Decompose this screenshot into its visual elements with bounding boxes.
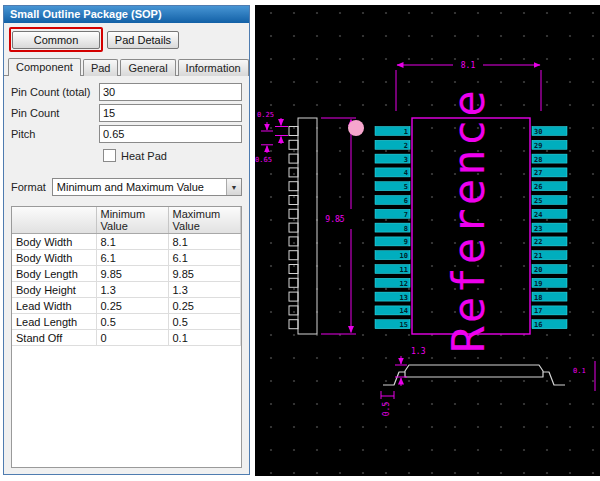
svg-text:21: 21 [534, 252, 542, 260]
table-row: Lead Length 0.5 0.5 [12, 314, 241, 330]
table-row: Body Height 1.3 1.3 [12, 282, 241, 298]
svg-text:15: 15 [400, 321, 408, 329]
min-value-cell[interactable]: 0.5 [96, 314, 168, 330]
chevron-down-icon: ▼ [231, 184, 238, 191]
sop-dialog: Small Outline Package (SOP) Common Pad D… [3, 5, 250, 475]
pin-count-label: Pin Count [11, 107, 99, 119]
dialog-titlebar: Small Outline Package (SOP) [4, 6, 249, 23]
table-row: Body Length 9.85 9.85 [12, 266, 241, 282]
table-row-label: Body Length [12, 266, 96, 282]
svg-text:3: 3 [404, 156, 408, 164]
svg-text:1: 1 [404, 128, 408, 136]
table-row: Lead Width 0.25 0.25 [12, 298, 241, 314]
min-value-cell[interactable]: 9.85 [96, 266, 168, 282]
min-value-cell[interactable]: 0 [96, 330, 168, 346]
body-height-dimension-label: 1.3 [411, 347, 426, 356]
component-tab-content: Pin Count (total) Pin Count Pitch Heat P… [4, 75, 249, 474]
max-value-cell[interactable]: 9.85 [168, 266, 241, 282]
lead-span-dimension-label: 8.1 [461, 61, 476, 70]
common-button-highlight: Common [9, 27, 103, 52]
format-row: Format Minimum and Maximum Value ▼ [11, 178, 242, 196]
svg-text:24: 24 [534, 211, 542, 219]
table-row: Stand Off 0 0.1 [12, 330, 241, 346]
table-row: Body Width 6.1 6.1 [12, 250, 241, 266]
svg-text:17: 17 [534, 307, 542, 315]
pad-width-dimension-label: 0.25 [257, 111, 274, 119]
svg-text:18: 18 [534, 294, 542, 302]
pitch-row: Pitch [11, 125, 242, 143]
dialog-toolbar: Common Pad Details [4, 23, 249, 53]
dimension-table: Minimum Value Maximum Value Body Width 8… [11, 206, 242, 468]
pin-count-row: Pin Count [11, 104, 242, 122]
pitch-input[interactable] [99, 125, 242, 143]
tab-information[interactable]: Information [178, 59, 249, 76]
format-dropdown-button[interactable]: ▼ [226, 179, 241, 195]
table-row: Body Width 8.1 8.1 [12, 234, 241, 250]
svg-text:5: 5 [404, 183, 408, 191]
svg-text:4: 4 [404, 169, 408, 177]
table-row-label: Lead Length [12, 314, 96, 330]
pad-details-button[interactable]: Pad Details [107, 31, 179, 49]
min-value-cell[interactable]: 8.1 [96, 234, 168, 250]
format-dropdown[interactable]: Minimum and Maximum Value ▼ [52, 178, 242, 196]
svg-text:8: 8 [404, 225, 408, 233]
svg-text:6: 6 [404, 197, 408, 205]
max-value-cell[interactable]: 0.1 [168, 330, 241, 346]
svg-text:16: 16 [534, 321, 542, 329]
format-label: Format [11, 181, 46, 193]
svg-text:14: 14 [400, 307, 408, 315]
min-value-cell[interactable]: 6.1 [96, 250, 168, 266]
lead-length-dimension-label: 0.5 [382, 402, 391, 417]
table-header-row: Minimum Value Maximum Value [12, 207, 241, 234]
common-button[interactable]: Common [12, 31, 100, 49]
svg-text:22: 22 [534, 238, 542, 246]
tab-component[interactable]: Component [8, 58, 81, 76]
heat-pad-checkbox[interactable] [103, 149, 116, 162]
reference-designator-text: Reference [443, 87, 494, 352]
max-value-cell[interactable]: 0.5 [168, 314, 241, 330]
svg-text:27: 27 [534, 169, 542, 177]
svg-text:26: 26 [534, 183, 542, 191]
tab-pad[interactable]: Pad [83, 59, 119, 76]
min-value-column-header: Minimum Value [96, 207, 168, 234]
svg-text:2: 2 [404, 142, 408, 150]
heat-pad-row: Heat Pad [103, 149, 242, 162]
svg-text:25: 25 [534, 197, 542, 205]
cad-viewport[interactable]: 8.1 0.25 0.65 9.85 123456789101112131415… [255, 5, 600, 476]
min-value-cell[interactable]: 0.25 [96, 298, 168, 314]
svg-text:30: 30 [534, 128, 542, 136]
body-length-dimension-label: 9.85 [325, 215, 344, 224]
heat-pad-label: Heat Pad [121, 150, 167, 162]
svg-text:19: 19 [534, 280, 542, 288]
max-value-cell[interactable]: 8.1 [168, 234, 241, 250]
svg-text:9: 9 [404, 238, 408, 246]
svg-text:23: 23 [534, 225, 542, 233]
max-value-cell[interactable]: 6.1 [168, 250, 241, 266]
svg-text:20: 20 [534, 266, 542, 274]
table-row-label: Body Width [12, 250, 96, 266]
table-row-label: Stand Off [12, 330, 96, 346]
pitch-label: Pitch [11, 128, 99, 140]
format-selected-value: Minimum and Maximum Value [53, 181, 226, 193]
max-value-cell[interactable]: 0.25 [168, 298, 241, 314]
pin-count-total-input [99, 83, 242, 101]
table-row-label: Body Width [12, 234, 96, 250]
max-value-column-header: Maximum Value [168, 207, 241, 234]
stand-off-dimension-label: 0.1 [573, 367, 586, 375]
svg-text:12: 12 [400, 280, 408, 288]
cad-canvas[interactable]: 8.1 0.25 0.65 9.85 123456789101112131415… [255, 5, 600, 476]
max-value-cell[interactable]: 1.3 [168, 282, 241, 298]
table-row-label: Body Height [12, 282, 96, 298]
pin1-marker [348, 120, 364, 136]
name-column-header [12, 207, 96, 234]
svg-text:7: 7 [404, 211, 408, 219]
pin-count-input[interactable] [99, 104, 242, 122]
svg-text:11: 11 [400, 266, 408, 274]
table-row-label: Lead Width [12, 298, 96, 314]
tab-general[interactable]: General [120, 59, 175, 76]
min-value-cell[interactable]: 1.3 [96, 282, 168, 298]
svg-text:28: 28 [534, 156, 542, 164]
tab-strip: Component Pad General Information [4, 53, 249, 76]
svg-text:13: 13 [400, 294, 408, 302]
svg-text:10: 10 [400, 252, 408, 260]
